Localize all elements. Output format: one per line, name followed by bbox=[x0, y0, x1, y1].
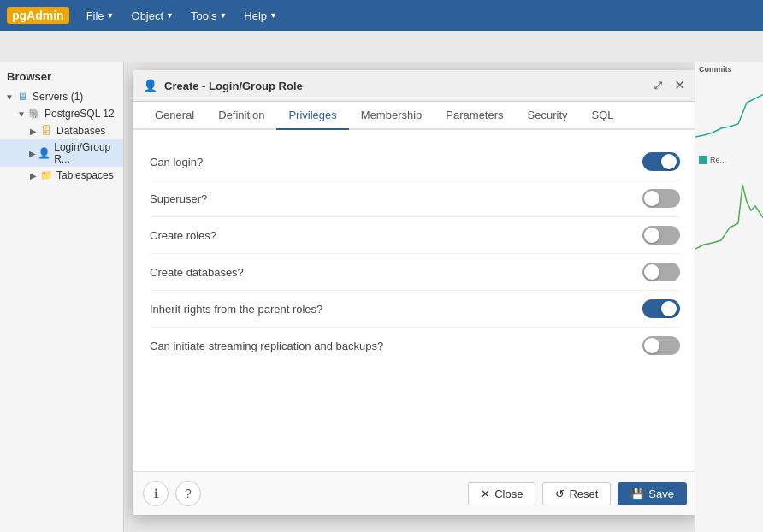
role-icon: 👤 bbox=[38, 146, 50, 160]
content-area: 👤 Create - Login/Group Role ⤢ ✕ General … bbox=[124, 62, 763, 532]
footer-left: ℹ ? bbox=[143, 481, 201, 506]
footer-right: ✕ Close ↺ Reset 💾 Save bbox=[468, 482, 687, 505]
main-layout: Browser ▼ 🖥 Servers (1) ▼ 🐘 PostgreSQL 1… bbox=[0, 62, 763, 532]
dialog-body: Can login? Superuser? bbox=[133, 130, 697, 471]
toggle-row-superuser: Superuser? bbox=[150, 180, 680, 217]
toggle-row-streaming: Can initiate streaming replication and b… bbox=[150, 328, 680, 364]
dialog-header: 👤 Create - Login/Group Role ⤢ ✕ bbox=[133, 70, 697, 102]
sidebar: Browser ▼ 🖥 Servers (1) ▼ 🐘 PostgreSQL 1… bbox=[0, 62, 124, 532]
tree-item-postgresql[interactable]: ▼ 🐘 PostgreSQL 12 bbox=[0, 105, 123, 122]
right-panel: Commits Re... bbox=[695, 62, 763, 532]
sidebar-title: Browser bbox=[0, 65, 123, 88]
topbar-menu: File ▼ Object ▼ Tools ▼ Help ▼ bbox=[80, 6, 284, 26]
dialog: 👤 Create - Login/Group Role ⤢ ✕ General … bbox=[133, 70, 697, 515]
tab-parameters[interactable]: Parameters bbox=[434, 102, 515, 130]
tab-general[interactable]: General bbox=[143, 102, 206, 130]
tree-label-tablespaces: Tablespaces bbox=[56, 169, 114, 181]
tree-item-databases[interactable]: ▶ 🗄 Databases bbox=[0, 122, 123, 139]
dialog-title-area: 👤 Create - Login/Group Role bbox=[143, 79, 303, 92]
toggle-label-can-login: Can login? bbox=[150, 156, 642, 168]
postgresql-icon: 🐘 bbox=[27, 107, 41, 121]
database-icon: 🗄 bbox=[39, 124, 53, 138]
toggle-row-inherit-rights: Inherit rights from the parent roles? bbox=[150, 291, 680, 328]
menu-tools[interactable]: Tools ▼ bbox=[184, 6, 234, 26]
close-dialog-button[interactable]: ✕ bbox=[672, 77, 687, 94]
reset-button[interactable]: ↺ Reset bbox=[542, 482, 611, 505]
tree-toggle-login[interactable]: ▶ bbox=[27, 149, 38, 158]
toggle-label-superuser: Superuser? bbox=[150, 192, 642, 205]
toggle-inherit-rights[interactable] bbox=[642, 299, 680, 318]
reset-label: Reset bbox=[569, 488, 598, 500]
toggle-streaming[interactable] bbox=[642, 336, 680, 355]
toggle-can-login[interactable] bbox=[642, 152, 680, 171]
toggle-row-create-databases: Create databases? bbox=[150, 254, 680, 291]
legend-color bbox=[699, 156, 707, 164]
close-label: Close bbox=[494, 488, 523, 500]
toggle-create-roles[interactable] bbox=[642, 226, 680, 245]
toggle-row-can-login: Can login? bbox=[150, 144, 680, 180]
commits-chart bbox=[695, 77, 763, 145]
tab-sql[interactable]: SQL bbox=[580, 102, 626, 130]
save-label: Save bbox=[648, 488, 674, 500]
tree-label-postgresql: PostgreSQL 12 bbox=[44, 108, 115, 120]
tree-item-login-group[interactable]: ▶ 👤 Login/Group R... bbox=[0, 139, 123, 167]
menu-file[interactable]: File ▼ bbox=[80, 6, 121, 26]
close-button[interactable]: ✕ Close bbox=[468, 482, 535, 505]
toggle-label-create-roles: Create roles? bbox=[150, 229, 642, 242]
tab-privileges[interactable]: Privileges bbox=[276, 102, 348, 130]
role-title-icon: 👤 bbox=[143, 79, 157, 92]
tree-toggle-servers[interactable]: ▼ bbox=[3, 92, 15, 102]
toggle-row-create-roles: Create roles? bbox=[150, 217, 680, 254]
save-button[interactable]: 💾 Save bbox=[618, 482, 687, 505]
info-button[interactable]: ℹ bbox=[143, 481, 169, 506]
dialog-controls: ⤢ ✕ bbox=[651, 77, 687, 94]
tab-security[interactable]: Security bbox=[516, 102, 580, 130]
dialog-overlay: 👤 Create - Login/Group Role ⤢ ✕ General … bbox=[124, 62, 763, 532]
tree-label-databases: Databases bbox=[56, 125, 105, 137]
second-chart bbox=[695, 168, 763, 253]
tree-toggle-databases[interactable]: ▶ bbox=[27, 127, 39, 136]
close-icon: ✕ bbox=[481, 488, 490, 500]
tab-membership[interactable]: Membership bbox=[349, 102, 435, 130]
tree-label-login: Login/Group R... bbox=[54, 141, 120, 165]
legend-label: Re... bbox=[710, 156, 726, 164]
tab-definition[interactable]: Definition bbox=[206, 102, 276, 130]
toggle-label-inherit-rights: Inherit rights from the parent roles? bbox=[150, 303, 642, 316]
dialog-title: Create - Login/Group Role bbox=[164, 80, 303, 92]
toggle-superuser[interactable] bbox=[642, 189, 680, 208]
help-button[interactable]: ? bbox=[175, 481, 201, 506]
server-icon: 🖥 bbox=[15, 90, 29, 103]
toggle-label-create-databases: Create databases? bbox=[150, 266, 642, 279]
toggle-create-databases[interactable] bbox=[642, 263, 680, 281]
menu-object[interactable]: Object ▼ bbox=[125, 6, 181, 26]
tree-item-servers[interactable]: ▼ 🖥 Servers (1) bbox=[0, 88, 123, 105]
tree-toggle-postgresql[interactable]: ▼ bbox=[15, 109, 27, 119]
menu-help[interactable]: Help ▼ bbox=[237, 6, 284, 26]
reset-icon: ↺ bbox=[555, 488, 565, 500]
tablespace-icon: 📁 bbox=[39, 168, 53, 182]
tree-toggle-tablespaces[interactable]: ▶ bbox=[27, 171, 39, 180]
save-icon: 💾 bbox=[630, 488, 644, 500]
maximize-button[interactable]: ⤢ bbox=[651, 77, 665, 94]
commits-label: Commits bbox=[695, 62, 763, 77]
topbar: pgAdmin File ▼ Object ▼ Tools ▼ Help ▼ bbox=[0, 0, 763, 31]
dialog-footer: ℹ ? ✕ Close ↺ Reset 💾 bbox=[133, 471, 697, 515]
dialog-tabs: General Definition Privileges Membership… bbox=[133, 102, 697, 130]
tree-label-servers: Servers (1) bbox=[33, 91, 83, 103]
chart-legend: Re... bbox=[695, 152, 763, 168]
toggle-label-streaming: Can initiate streaming replication and b… bbox=[150, 340, 642, 352]
tree-item-tablespaces[interactable]: ▶ 📁 Tablespaces bbox=[0, 167, 123, 184]
app-logo: pgAdmin bbox=[7, 7, 69, 24]
